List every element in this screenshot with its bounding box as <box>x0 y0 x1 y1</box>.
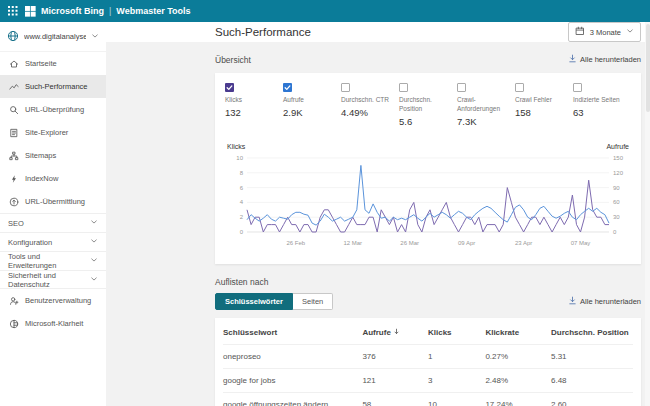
table-cell: 10 <box>428 392 485 406</box>
column-header-klicks[interactable]: Klicks <box>428 320 485 345</box>
overview-card: Klicks 132 Aufrufe 2.9K Durchschn. CTR 4… <box>215 73 641 264</box>
top-app-bar: Microsoft Bing | Webmaster Tools <box>0 0 650 22</box>
globe-icon <box>7 30 19 44</box>
svg-text:26 Mar: 26 Mar <box>400 240 419 246</box>
sidebar-group-label: Tools und Erweiterungen <box>8 252 90 270</box>
calendar-icon <box>575 26 585 38</box>
metric-card-durchschn-position[interactable]: Durchschn. Position 5.6 <box>399 83 450 127</box>
table-download-all-link[interactable]: Alle herunterladen <box>568 296 641 307</box>
metric-checkbox[interactable] <box>283 83 292 92</box>
metric-value: 7.3K <box>457 116 508 127</box>
sidebar-item-label: URL-Übermittlung <box>25 197 85 206</box>
table-cell: 121 <box>362 368 428 392</box>
sidebar-item-startseite[interactable]: Startseite <box>0 52 106 75</box>
waffle-menu-icon[interactable] <box>8 6 18 16</box>
sidebar-item-indexnow[interactable]: IndexNow <box>0 167 106 190</box>
metric-value: 158 <box>515 107 566 118</box>
table-row[interactable]: oneproseo37610.27%5.31 <box>223 344 633 368</box>
metric-value: 5.6 <box>399 116 450 127</box>
svg-text:30: 30 <box>613 214 620 220</box>
date-range-value: 3 Monate <box>590 28 621 37</box>
sidebar-group-sicherheit-und-datenschutz[interactable]: Sicherheit und Datenschutz <box>0 270 106 289</box>
sidebar-item-such-performance[interactable]: Such-Performance <box>0 75 106 98</box>
table-cell: oneproseo <box>223 344 362 368</box>
sidebar-group-label: Konfiguration <box>8 238 52 247</box>
keywords-table-card: SchlüsselwortAufrufeKlicksKlickrateDurch… <box>215 318 641 406</box>
chevron-down-icon <box>91 32 99 42</box>
metric-checkbox[interactable] <box>399 83 408 92</box>
metric-card-klicks[interactable]: Klicks 132 <box>225 83 276 127</box>
right-axis-title: Aufrufe <box>606 143 629 150</box>
svg-text:23 Apr: 23 Apr <box>515 240 532 246</box>
site-selector[interactable]: www.digitalanalyse.de <box>0 22 106 52</box>
svg-text:09 Apr: 09 Apr <box>458 240 475 246</box>
column-header-aufrufe[interactable]: Aufrufe <box>362 320 428 345</box>
date-range-dropdown[interactable]: 3 Monate <box>568 22 641 42</box>
chevron-down-icon <box>90 256 98 266</box>
listing-section-title: Auflisten nach <box>215 277 641 287</box>
metric-card-crawl-anforderungen[interactable]: Crawl-Anforderungen 7.3K <box>457 83 508 127</box>
sidebar-group-seo[interactable]: SEO <box>0 213 106 232</box>
table-row[interactable]: google öffnungszeiten ändern581017.24%2.… <box>223 392 633 406</box>
sidebar-item-label: Site-Explorer <box>25 128 68 137</box>
vertical-scrollbar[interactable] <box>645 22 650 406</box>
overview-download-all-link[interactable]: Alle herunterladen <box>568 54 641 65</box>
sidebar-item-sitemaps[interactable]: Sitemaps <box>0 144 106 167</box>
metric-label: Crawl-Anforderungen <box>457 96 508 114</box>
chevron-down-icon <box>626 27 634 37</box>
download-icon <box>568 296 577 307</box>
column-header-klickrate[interactable]: Klickrate <box>485 320 551 345</box>
brand-separator: | <box>109 6 111 16</box>
scrollbar-thumb[interactable] <box>646 24 650 112</box>
metric-card-crawl-fehler[interactable]: Crawl Fehler 158 <box>515 83 566 127</box>
line-chart: 0023046069081201015026 Feb12 Mar26 Mar09… <box>225 152 631 256</box>
svg-text:2: 2 <box>240 214 244 220</box>
sidebar-item-url-bermittlung[interactable]: URL-Übermittlung <box>0 190 106 213</box>
sidebar-item-label: IndexNow <box>25 174 58 183</box>
metric-checkbox[interactable] <box>225 83 234 92</box>
trend-icon <box>8 82 19 92</box>
svg-text:10: 10 <box>236 155 243 161</box>
table-cell: 17.24% <box>485 392 551 406</box>
metric-checkbox[interactable] <box>341 83 350 92</box>
table-row[interactable]: google for jobs12132.48%6.48 <box>223 368 633 392</box>
left-axis-title: Klicks <box>227 143 245 150</box>
home-icon <box>8 59 19 69</box>
sidebar-group-konfiguration[interactable]: Konfiguration <box>0 232 106 251</box>
metric-label: Indizierte Seiten <box>573 96 624 105</box>
sidebar-group-tools-und-erweiterungen[interactable]: Tools und Erweiterungen <box>0 251 106 270</box>
sidebar-item-site-explorer[interactable]: Site-Explorer <box>0 121 106 144</box>
table-cell: 376 <box>362 344 428 368</box>
sidebar-item-benutzerverwaltung[interactable]: Benutzerverwaltung <box>0 289 106 312</box>
metric-card-indizierte-seiten[interactable]: Indizierte Seiten 63 <box>573 83 624 127</box>
sidebar-item-label: Microsoft-Klarheit <box>25 319 83 328</box>
page-title: Such-Performance <box>215 26 311 38</box>
sitemap-icon <box>8 151 19 161</box>
svg-text:120: 120 <box>613 169 624 175</box>
sidebar-item-microsoft-klarheit[interactable]: Microsoft-Klarheit <box>0 312 106 335</box>
sidebar-item-url-berpr-fung[interactable]: URL-Überprüfung <box>0 98 106 121</box>
brand-name: Microsoft Bing <box>41 6 104 16</box>
toggle-seiten[interactable]: Seiten <box>293 293 333 310</box>
metric-checkbox[interactable] <box>515 83 524 92</box>
table-cell: 6.48 <box>551 368 633 392</box>
table-cell: 5.31 <box>551 344 633 368</box>
sidebar-item-label: Sitemaps <box>25 151 56 160</box>
sidebar-nav: Startseite Such-Performance URL-Überprüf… <box>0 52 106 335</box>
toggle-schl-sselw-rter[interactable]: Schlüsselwörter <box>215 293 293 310</box>
sidebar-group-label: SEO <box>8 219 24 228</box>
chevron-down-icon <box>90 237 98 247</box>
svg-text:6: 6 <box>240 184 244 190</box>
chevron-down-icon <box>90 218 98 228</box>
metric-value: 63 <box>573 107 624 118</box>
column-header-schl-sselwort[interactable]: Schlüsselwort <box>223 320 362 345</box>
metric-checkbox[interactable] <box>457 83 466 92</box>
table-cell: 58 <box>362 392 428 406</box>
svg-text:0: 0 <box>240 229 244 235</box>
metric-card-aufrufe[interactable]: Aufrufe 2.9K <box>283 83 334 127</box>
column-header-durchschn-position[interactable]: Durchschn. Position <box>551 320 633 345</box>
urlsubmit-icon <box>8 197 19 207</box>
metric-card-durchschn-ctr[interactable]: Durchschn. CTR 4.49% <box>341 83 392 127</box>
metric-checkbox[interactable] <box>573 83 582 92</box>
sidebar-item-label: URL-Überprüfung <box>25 105 84 114</box>
